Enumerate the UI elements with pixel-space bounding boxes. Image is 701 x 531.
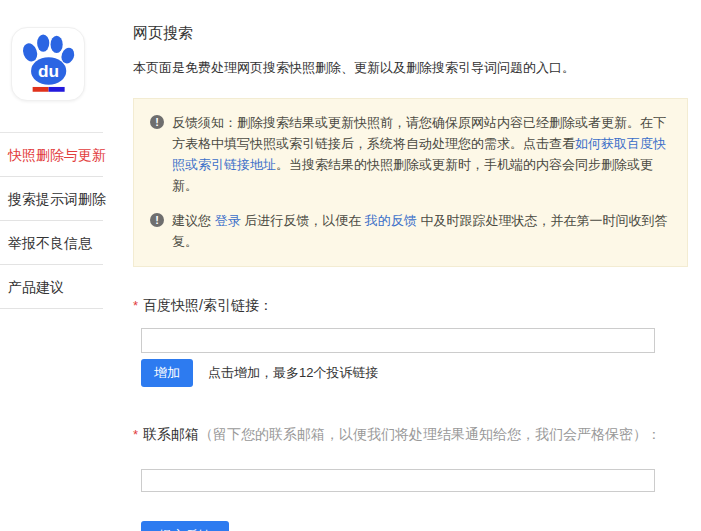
notice-2-prefix: 建议您 (172, 213, 215, 228)
add-hint-text: 点击增加，最多12个投诉链接 (208, 364, 378, 382)
snapshot-link-label: 百度快照/索引链接： (143, 297, 273, 313)
baidu-logo[interactable]: du (11, 27, 85, 101)
login-link[interactable]: 登录 (215, 213, 241, 228)
notice-paragraph-1: !反馈须知：删除搜索结果或更新快照前，请您确保原网站内容已经删除或者更新。在下方… (150, 112, 671, 196)
add-row: 增加 点击增加，最多12个投诉链接 (141, 359, 688, 387)
email-label-row: *联系邮箱（留下您的联系邮箱，以便我们将处理结果通知给您，我们会严格保密）： (133, 426, 688, 444)
sidebar-menu: 快照删除与更新 搜索提示词删除 举报不良信息 产品建议 (0, 132, 103, 309)
sidebar-item-snapshot-delete-update[interactable]: 快照删除与更新 (0, 133, 103, 177)
add-button[interactable]: 增加 (141, 359, 193, 387)
exclamation-icon: ! (150, 213, 164, 227)
submit-feedback-button[interactable]: 提交反馈 (141, 521, 229, 531)
page-description: 本页面是免费处理网页搜索快照删除、更新以及删除搜索引导词问题的入口。 (133, 59, 688, 77)
page-title: 网页搜索 (133, 24, 688, 43)
email-label-note: （留下您的联系邮箱，以便我们将处理结果通知给您，我们会严格保密）： (199, 426, 661, 442)
sidebar-item-product-advice[interactable]: 产品建议 (0, 265, 103, 309)
my-feedback-link[interactable]: 我的反馈 (365, 213, 417, 228)
notice-2-mid: 后进行反馈，以便在 (241, 213, 365, 228)
snapshot-link-input[interactable] (141, 328, 655, 353)
sidebar-item-suggestion-word-delete[interactable]: 搜索提示词删除 (0, 177, 103, 221)
svg-text:du: du (38, 61, 59, 81)
sidebar-item-report-bad-info[interactable]: 举报不良信息 (0, 221, 103, 265)
notice-box: !反馈须知：删除搜索结果或更新快照前，请您确保原网站内容已经删除或者更新。在下方… (133, 98, 688, 267)
snapshot-link-label-row: *百度快照/索引链接： (133, 297, 688, 315)
required-asterisk: * (133, 427, 138, 442)
baidu-paw-icon: du (16, 30, 80, 98)
required-asterisk: * (133, 298, 138, 313)
email-label: 联系邮箱 (143, 426, 199, 442)
main-content: 网页搜索 本页面是免费处理网页搜索快照删除、更新以及删除搜索引导词问题的入口。 … (133, 0, 688, 531)
exclamation-icon: ! (150, 115, 164, 129)
email-input[interactable] (141, 469, 655, 492)
notice-paragraph-2: !建议您 登录 后进行反馈，以便在 我的反馈 中及时跟踪处理状态，并在第一时间收… (150, 210, 671, 252)
